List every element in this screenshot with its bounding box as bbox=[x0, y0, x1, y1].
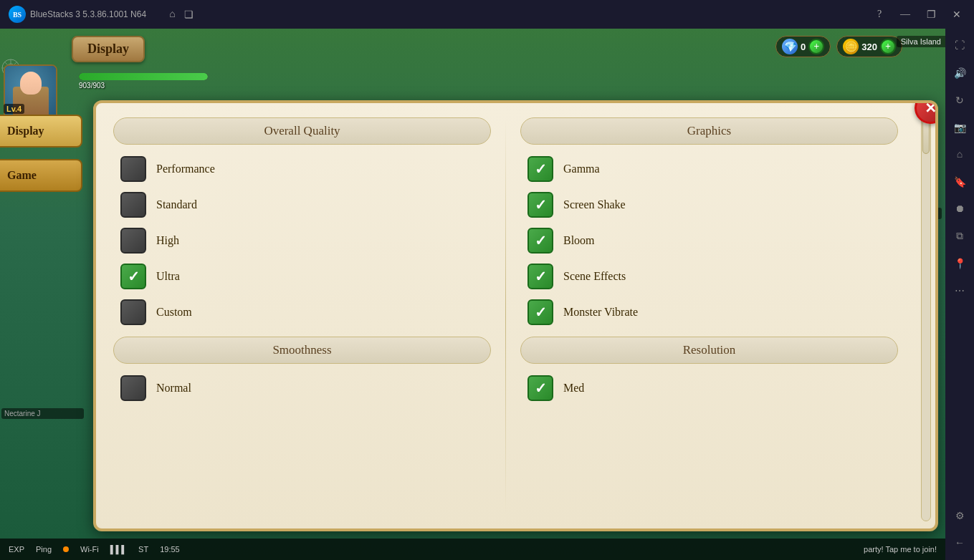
monster-vibrate-checkbox[interactable]: ✓ bbox=[527, 299, 553, 325]
ping-label: Ping bbox=[36, 545, 52, 554]
main-dialog: ✕ Overall Quality Performance bbox=[93, 100, 938, 531]
time-display: 19:55 bbox=[160, 545, 180, 554]
nectarine-label: Nectarine J bbox=[1, 408, 84, 419]
minimize-button[interactable]: — bbox=[894, 3, 917, 26]
bloom-label: Bloom bbox=[563, 234, 595, 247]
rotate-icon[interactable]: ↻ bbox=[948, 89, 971, 112]
normal-label: Normal bbox=[156, 382, 191, 395]
volume-icon[interactable]: 🔊 bbox=[948, 62, 971, 85]
gamma-label: Gamma bbox=[563, 163, 600, 175]
overall-quality-options: Performance Standard High bbox=[113, 156, 491, 325]
smoothness-header: Smoothness bbox=[113, 337, 491, 364]
graphics-header: Graphics bbox=[520, 117, 898, 145]
gamma-option[interactable]: ✓ Gamma bbox=[527, 156, 891, 182]
bloom-checkbox[interactable]: ✓ bbox=[527, 228, 553, 254]
multiinstance-icon[interactable]: ⧉ bbox=[948, 225, 971, 248]
dialog-content: Overall Quality Performance Standard bbox=[96, 103, 915, 528]
add-coin-button[interactable]: + bbox=[880, 39, 896, 54]
med-checkbox[interactable]: ✓ bbox=[527, 375, 553, 401]
window-controls: ? — ❐ ✕ bbox=[868, 3, 974, 26]
scene-effects-option[interactable]: ✓ Scene Effects bbox=[527, 264, 891, 289]
dialog-close-button[interactable]: ✕ bbox=[915, 100, 938, 124]
standard-option[interactable]: Standard bbox=[120, 192, 484, 218]
scene-effects-checkbox[interactable]: ✓ bbox=[527, 264, 553, 289]
screen-shake-option[interactable]: ✓ Screen Shake bbox=[527, 192, 891, 218]
coin-currency: 🪙 320 + bbox=[836, 36, 902, 57]
record-icon[interactable]: ⏺ bbox=[948, 198, 971, 221]
display-tab[interactable]: Display bbox=[0, 115, 82, 148]
game-area: Lv.4 903/903 Display 💎 0 + 🪙 320 + Silva… bbox=[0, 29, 945, 539]
monster-vibrate-option[interactable]: ✓ Monster Vibrate bbox=[527, 299, 891, 325]
resolution-title: Resolution bbox=[683, 343, 736, 357]
bloom-option[interactable]: ✓ Bloom bbox=[527, 228, 891, 254]
standard-checkbox[interactable] bbox=[120, 192, 146, 218]
scene-effects-label: Scene Effects bbox=[563, 270, 626, 283]
restore-button[interactable]: ❐ bbox=[920, 3, 942, 26]
graphics-title: Graphics bbox=[687, 124, 731, 137]
med-label: Med bbox=[563, 382, 584, 395]
home-nav-icon[interactable]: ⌂ bbox=[948, 143, 971, 166]
coin-icon: 🪙 bbox=[843, 39, 859, 54]
check-icon: ✓ bbox=[128, 269, 140, 284]
performance-checkbox[interactable] bbox=[120, 156, 146, 182]
close-window-button[interactable]: ✕ bbox=[945, 3, 968, 26]
app-logo: BS BlueStacks 3 5.3.86.1001 N64 bbox=[0, 6, 155, 23]
close-icon: ✕ bbox=[925, 100, 937, 117]
camera-icon[interactable]: 📷 bbox=[948, 116, 971, 139]
check-icon: ✓ bbox=[535, 233, 547, 248]
expand-icon[interactable]: ⛶ bbox=[948, 34, 971, 57]
ultra-label: Ultra bbox=[156, 270, 180, 283]
left-column: Overall Quality Performance Standard bbox=[113, 117, 491, 514]
coin-value: 320 bbox=[861, 42, 877, 52]
settings-icon[interactable]: ⚙ bbox=[948, 504, 971, 527]
location-icon[interactable]: 📍 bbox=[948, 252, 971, 275]
performance-label: Performance bbox=[156, 163, 215, 175]
normal-checkbox[interactable] bbox=[120, 375, 146, 401]
party-message: party! Tap me to join! bbox=[864, 545, 937, 554]
map-label: Silva Island bbox=[897, 36, 945, 47]
health-bar-background bbox=[79, 73, 208, 80]
bottom-status-bar: EXP Ping Wi-Fi ▌▌▌ ST 19:55 party! Tap m… bbox=[0, 539, 945, 560]
exp-label: EXP bbox=[9, 545, 24, 554]
custom-label: Custom bbox=[156, 306, 192, 319]
multi-instance-icon[interactable]: ❏ bbox=[184, 9, 194, 21]
display-tab-label: Display bbox=[7, 125, 44, 137]
standard-label: Standard bbox=[156, 198, 197, 211]
check-icon: ✓ bbox=[535, 162, 547, 176]
more-icon[interactable]: ⋯ bbox=[948, 279, 971, 302]
resolution-options: ✓ Med bbox=[520, 375, 898, 401]
resolution-header: Resolution bbox=[520, 337, 898, 364]
health-bar-fill bbox=[79, 73, 208, 80]
crystal-icon: 💎 bbox=[782, 39, 798, 54]
home-icon[interactable]: ⌂ bbox=[169, 9, 175, 21]
dialog-scrollbar[interactable] bbox=[921, 110, 931, 521]
signal-icon: ▌▌▌ bbox=[110, 545, 127, 554]
high-checkbox[interactable] bbox=[120, 228, 146, 254]
overall-quality-header: Overall Quality bbox=[113, 117, 491, 145]
right-column: Graphics ✓ Gamma ✓ Scr bbox=[520, 117, 898, 514]
st-label: ST bbox=[138, 545, 148, 554]
bookmark-icon[interactable]: 🔖 bbox=[948, 170, 971, 193]
high-option[interactable]: High bbox=[120, 228, 484, 254]
ultra-option[interactable]: ✓ Ultra bbox=[120, 264, 484, 289]
med-option[interactable]: ✓ Med bbox=[527, 375, 891, 401]
screen-shake-label: Screen Shake bbox=[563, 198, 626, 211]
gamma-checkbox[interactable]: ✓ bbox=[527, 156, 553, 182]
performance-option[interactable]: Performance bbox=[120, 156, 484, 182]
bluestacks-right-sidebar: ⛶ 🔊 ↻ 📷 ⌂ 🔖 ⏺ ⧉ 📍 ⋯ ⚙ ← bbox=[945, 29, 974, 560]
custom-checkbox[interactable] bbox=[120, 299, 146, 325]
check-icon: ✓ bbox=[535, 305, 547, 319]
add-crystal-button[interactable]: + bbox=[808, 39, 824, 54]
help-button[interactable]: ? bbox=[868, 3, 891, 26]
screen-shake-checkbox[interactable]: ✓ bbox=[527, 192, 553, 218]
column-divider bbox=[505, 117, 506, 514]
overall-quality-title: Overall Quality bbox=[264, 124, 340, 137]
left-nav: Display Game Nectarine J bbox=[0, 107, 82, 517]
custom-option[interactable]: Custom bbox=[120, 299, 484, 325]
game-tab[interactable]: Game bbox=[0, 159, 82, 192]
monster-vibrate-label: Monster Vibrate bbox=[563, 306, 638, 319]
ultra-checkbox[interactable]: ✓ bbox=[120, 264, 146, 289]
check-icon: ✓ bbox=[535, 269, 547, 284]
back-icon[interactable]: ← bbox=[948, 531, 971, 554]
normal-option[interactable]: Normal bbox=[120, 375, 484, 401]
